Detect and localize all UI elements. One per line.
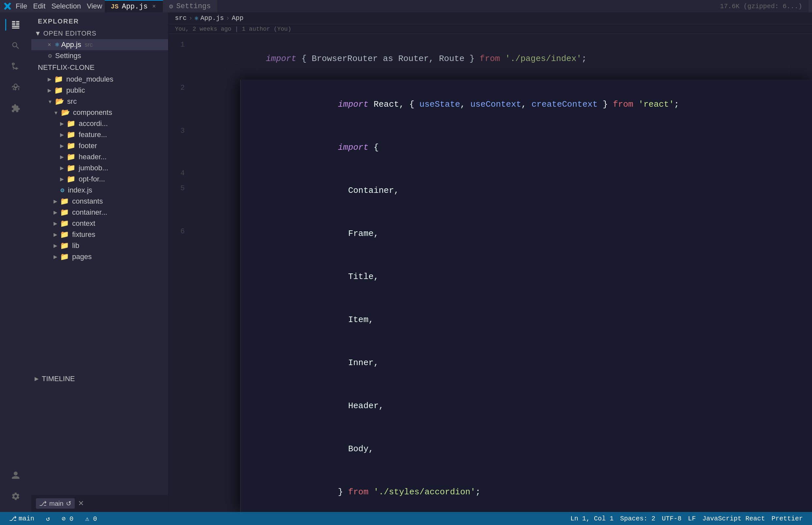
fg-line-10: } from './styles/accordion'; xyxy=(241,470,812,512)
activity-accounts[interactable] xyxy=(6,466,25,484)
timeline-section[interactable]: ▶ TIMELINE xyxy=(31,373,168,385)
status-errors[interactable]: ⊘ 0 xyxy=(59,514,76,523)
activity-settings[interactable] xyxy=(6,487,25,506)
tab-label-settings: Settings xyxy=(176,2,211,11)
breadcrumb-app[interactable]: App xyxy=(232,14,243,22)
folder-icon: 📁 xyxy=(66,153,75,161)
language-label: JavaScript React xyxy=(702,515,765,522)
tree-feature[interactable]: ▶ 📁 feature... xyxy=(31,129,168,140)
fg-code-text-4: Frame, xyxy=(267,212,806,255)
terminal-branch[interactable]: ⎇ main ↺ xyxy=(36,498,75,509)
tree-context[interactable]: ▶ 📁 context xyxy=(31,218,168,229)
tree-header[interactable]: ▶ 📁 header... xyxy=(31,151,168,163)
breadcrumb-src[interactable]: src xyxy=(175,14,187,22)
branch-name: main xyxy=(49,500,63,507)
tree-footer-label: footer xyxy=(79,141,97,150)
status-ln-col[interactable]: Ln 1, Col 1 xyxy=(568,515,616,522)
code-editor[interactable]: 1 import { BrowserRouter as Router, Rout… xyxy=(168,34,812,512)
tree-accordi-label: accordi... xyxy=(79,119,108,128)
tab-close-app-js[interactable]: × xyxy=(151,3,157,11)
menu-selection[interactable]: Selection xyxy=(51,2,81,11)
menu-view[interactable]: View xyxy=(87,2,102,11)
status-sync[interactable]: ↺ xyxy=(43,514,52,523)
spaces-label: Spaces: 2 xyxy=(620,515,655,522)
activity-search[interactable] xyxy=(6,36,25,55)
fg-code-text-9: Body, xyxy=(267,427,806,470)
status-eol[interactable]: LF xyxy=(686,515,698,522)
tree-opt-for-label: opt-for... xyxy=(79,175,105,183)
status-right: Ln 1, Col 1 Spaces: 2 UTF-8 LF JavaScrip… xyxy=(568,515,806,522)
sidebar: EXPLORER ▼ OPEN EDITORS × ⚛ App.js src ⚙… xyxy=(31,12,168,512)
activity-bar xyxy=(0,12,31,512)
menu-edit[interactable]: Edit xyxy=(33,2,45,11)
status-spaces[interactable]: Spaces: 2 xyxy=(617,515,658,522)
folder-icon: 📁 xyxy=(60,208,69,217)
folder-icon: 📁 xyxy=(54,75,63,84)
project-section[interactable]: NETFLIX-CLONE xyxy=(31,61,168,74)
tree-pages[interactable]: ▶ 📁 pages xyxy=(31,251,168,262)
status-formatter[interactable]: Prettier xyxy=(769,515,806,522)
fg-code-text-3: Container, xyxy=(267,169,806,212)
close-sidebar-icon[interactable]: ✕ xyxy=(78,499,84,508)
fg-line-5: Title, xyxy=(241,255,812,298)
open-editors-arrow: ▼ xyxy=(34,30,42,37)
tab-label-app-js: App.js xyxy=(122,3,148,11)
sync-icon: ↺ xyxy=(66,499,72,507)
tree-node-modules[interactable]: ▶ 📁 node_modules xyxy=(31,74,168,85)
menu-file[interactable]: File xyxy=(16,2,27,11)
tree-public[interactable]: ▶ 📁 public xyxy=(31,85,168,96)
activity-explorer[interactable] xyxy=(6,16,25,34)
ln-col-label: Ln 1, Col 1 xyxy=(571,515,614,522)
tree-container[interactable]: ▶ 📁 container... xyxy=(31,207,168,218)
arrow-icon: ▶ xyxy=(60,132,64,138)
open-editor-settings-label: Settings xyxy=(55,51,81,60)
tree-fixtures[interactable]: ▶ 📁 fixtures xyxy=(31,229,168,240)
tree-components-label: components xyxy=(73,108,112,117)
tab-settings[interactable]: ⚙ Settings xyxy=(163,0,217,12)
tree-lib[interactable]: ▶ 📁 lib xyxy=(31,240,168,251)
activity-debug[interactable] xyxy=(6,78,25,96)
tree-feature-label: feature... xyxy=(79,131,107,139)
breadcrumb-app-js[interactable]: App.js xyxy=(200,14,224,22)
folder-icon: 📁 xyxy=(60,197,69,206)
tab-app-js[interactable]: JS App.js × xyxy=(105,0,163,12)
close-app-js[interactable]: × xyxy=(48,42,51,48)
arrow-icon: ▶ xyxy=(54,209,58,215)
tree-constants[interactable]: ▶ 📁 constants xyxy=(31,196,168,207)
tree-context-label: context xyxy=(72,219,95,228)
tree-index-js[interactable]: ⚙ index.js xyxy=(31,185,168,196)
tree-footer[interactable]: ▶ 📁 footer xyxy=(31,140,168,151)
fg-code-text-1: import React, { useState, useContext, cr… xyxy=(267,83,806,126)
activity-extensions[interactable] xyxy=(6,99,25,118)
status-warnings[interactable]: ⚠ 0 xyxy=(82,514,100,523)
fg-line-1: import React, { useState, useContext, cr… xyxy=(241,83,812,126)
breadcrumb-sep-2: › xyxy=(226,14,230,22)
status-branch[interactable]: ⎇ main xyxy=(6,514,37,523)
tree-jumbob[interactable]: ▶ 📁 jumbob... xyxy=(31,163,168,174)
fg-code-text-2: import { xyxy=(267,126,806,169)
status-encoding[interactable]: UTF-8 xyxy=(659,515,684,522)
open-editor-settings[interactable]: ⚙ Settings xyxy=(31,50,168,61)
file-size: 17.6K (gzipped: 6...) xyxy=(720,3,809,10)
folder-icon: 📁 xyxy=(54,86,63,95)
arrow-icon: ▶ xyxy=(54,243,58,249)
open-editors-header[interactable]: ▼ OPEN EDITORS xyxy=(31,28,168,39)
tree-index-js-label: index.js xyxy=(68,186,92,194)
tree-pages-label: pages xyxy=(72,253,92,261)
open-editor-app-js[interactable]: × ⚛ App.js src xyxy=(31,39,168,50)
line-num-1: 1 xyxy=(168,38,195,52)
fg-code-text-5: Title, xyxy=(267,255,806,298)
vscode-logo xyxy=(3,2,12,11)
fg-code-text-6: Item, xyxy=(267,298,806,341)
folder-icon: 📂 xyxy=(55,97,64,106)
status-language[interactable]: JavaScript React xyxy=(700,515,768,522)
tree-components[interactable]: ▼ 📂 components xyxy=(31,107,168,118)
activity-source-control[interactable] xyxy=(6,57,25,76)
gear-icon-small: ⚙ xyxy=(48,53,52,59)
tree-src[interactable]: ▼ 📂 src xyxy=(31,96,168,107)
tree-accordi[interactable]: ▶ 📁 accordi... xyxy=(31,118,168,129)
arrow-icon: ▶ xyxy=(60,143,64,149)
tree-opt-for[interactable]: ▶ 📁 opt-for... xyxy=(31,174,168,185)
fg-line-7: Inner, xyxy=(241,341,812,384)
breadcrumb: src › ⚛ App.js › App xyxy=(168,12,812,24)
